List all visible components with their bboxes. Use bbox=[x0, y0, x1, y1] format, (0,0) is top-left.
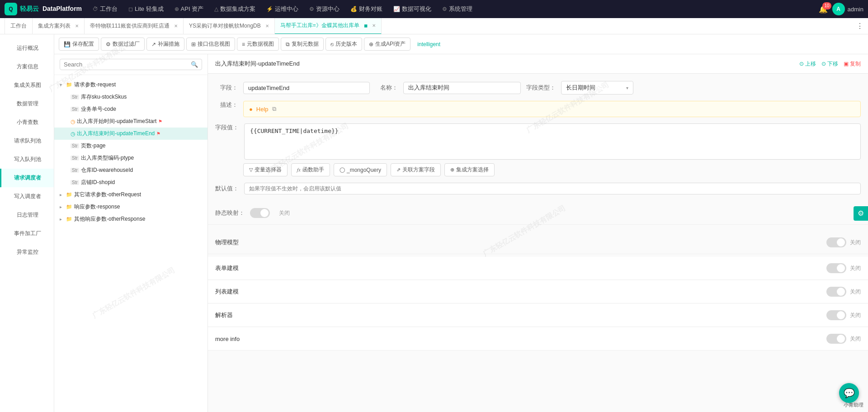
tree-node-page[interactable]: Str 页数-page bbox=[54, 140, 208, 152]
section-more-toggle[interactable] bbox=[826, 334, 846, 344]
down-action[interactable]: ⊙ 下移 bbox=[821, 60, 838, 68]
tab-ys-purchase-label: YS采购订单对接帆软MongDB bbox=[189, 22, 261, 30]
nav-ops[interactable]: ⚡ 运维中心 bbox=[262, 0, 303, 18]
default-input[interactable] bbox=[244, 183, 861, 194]
name-input[interactable] bbox=[403, 82, 521, 94]
action-buttons-row: ▽ 变量选择器 𝑓𝑥 函数助手 ◯ _mongoQuery ⇗ bbox=[215, 163, 861, 176]
list-toggle-text: 关闭 bbox=[850, 288, 861, 296]
tree-node-stock-skus[interactable]: Str 库存sku-stockSkus bbox=[54, 91, 208, 103]
user-info[interactable]: A admin bbox=[832, 3, 863, 15]
search-input[interactable] bbox=[64, 61, 191, 68]
nav-visualization[interactable]: 📈 数据可视化 bbox=[389, 0, 436, 18]
section-parser-toggle[interactable] bbox=[826, 310, 846, 320]
nav-data-collection[interactable]: △ 数据集成方案 bbox=[210, 0, 260, 18]
section-physical-model: 物理模型 关闭 bbox=[208, 231, 868, 254]
func-helper-button[interactable]: 𝑓𝑥 函数助手 bbox=[291, 163, 330, 176]
tab-ys-purchase[interactable]: YS采购订单对接帆软MongDB ✕ bbox=[184, 18, 275, 34]
tree-node-out-type[interactable]: Str 出入库类型编码-ptype bbox=[54, 152, 208, 164]
field-input[interactable] bbox=[243, 82, 370, 94]
sidebar-item-request-scheduler[interactable]: 请求调度者 bbox=[0, 169, 54, 187]
tree-node-other-response[interactable]: ▸ 📁 其他响应参数-otherResponse bbox=[54, 213, 208, 225]
copy-data-button[interactable]: ⧉ 复制元数据 bbox=[281, 38, 324, 51]
desc-box: ● Help ⧉ bbox=[243, 101, 861, 117]
section-physical-toggle[interactable] bbox=[826, 237, 846, 247]
sidebar-item-log-mgmt[interactable]: 日志管理 bbox=[0, 206, 54, 224]
logo-icon: Q bbox=[5, 3, 17, 15]
sidebar-item-request-pool[interactable]: 请求队列池 bbox=[0, 132, 54, 150]
data-filter-button[interactable]: ⚙ 数据过滤厂 bbox=[101, 38, 145, 51]
name-label: 名称： bbox=[375, 84, 398, 92]
tree-node-shop-id[interactable]: Str 店铺ID-shopid bbox=[54, 176, 208, 189]
gen-api-button[interactable]: ⊕ 生成API资产 bbox=[364, 38, 410, 51]
more-toggle-knob bbox=[837, 335, 845, 343]
tab-teda[interactable]: 帝特物联111账套供应商到旺店通 ✕ bbox=[85, 18, 184, 34]
detail-header: 出入库结束时间-updateTimeEnd ⊙ 上移 ⊙ 下移 ▣ 复制 bbox=[208, 54, 868, 74]
section-list-title: 列表建模 bbox=[215, 288, 826, 296]
save-config-button[interactable]: 💾 保存配置 bbox=[59, 38, 99, 51]
chat-button[interactable]: 💬 bbox=[839, 383, 859, 403]
nav-finance[interactable]: 💰 财务对账 bbox=[346, 0, 387, 18]
nav-lite[interactable]: ◻ Lite 轻集成 bbox=[124, 0, 168, 18]
tree-node-request-params[interactable]: ▾ 📁 请求参数-request bbox=[54, 79, 208, 91]
tree-node-response[interactable]: ▸ 📁 响应参数-response bbox=[54, 201, 208, 213]
search-box: 🔍 bbox=[54, 54, 208, 75]
tab-solution-list-close[interactable]: ✕ bbox=[75, 24, 79, 28]
interface-view-button[interactable]: ⊞ 接口信息视图 bbox=[186, 38, 235, 51]
notification-button[interactable]: 🔔 10 bbox=[819, 5, 828, 14]
right-panel: 出入库结束时间-updateTimeEnd ⊙ 上移 ⊙ 下移 ▣ 复制 bbox=[208, 54, 868, 412]
tab-solution-list[interactable]: 集成方案列表 ✕ bbox=[33, 18, 85, 34]
tab-ys-purchase-close[interactable]: ✕ bbox=[265, 24, 269, 28]
static-map-toggle[interactable] bbox=[250, 208, 270, 218]
flag-icon-selected: ⚑ bbox=[156, 131, 160, 136]
tab-mapang-close[interactable]: ✕ bbox=[372, 23, 376, 28]
copy-data-icon: ⧉ bbox=[286, 41, 290, 47]
related-field-button[interactable]: ⇗ 关联方案字段 bbox=[391, 163, 441, 176]
nav-workspace[interactable]: ⏱ 工作台 bbox=[88, 0, 122, 18]
tab-more-button[interactable]: ⋮ bbox=[856, 22, 863, 30]
sidebar-item-xiao-query[interactable]: 小青查数 bbox=[0, 113, 54, 132]
desc-copy-icon[interactable]: ⧉ bbox=[272, 105, 276, 113]
up-action[interactable]: ⊙ 上移 bbox=[799, 60, 816, 68]
nav-resource[interactable]: ⚙ 资源中心 bbox=[305, 0, 344, 18]
folder-icon-other-response: 📁 bbox=[66, 216, 72, 222]
type-select[interactable]: 长日期时间 ▾ bbox=[561, 81, 633, 95]
solution-select-button[interactable]: ⊕ 集成方案选择 bbox=[444, 163, 495, 176]
tree-node-warehouse-id[interactable]: Str 仓库ID-wearehouseId bbox=[54, 164, 208, 176]
history-button[interactable]: ⎋ 历史版本 bbox=[326, 38, 362, 51]
patch-button[interactable]: ↗ 补漏措施 bbox=[146, 38, 184, 51]
copy-action[interactable]: ▣ 复制 bbox=[844, 60, 861, 68]
toggle-knob bbox=[260, 209, 269, 217]
intelligent-button[interactable]: intelligent bbox=[412, 38, 445, 50]
gear-button[interactable]: ⚙ bbox=[854, 206, 868, 221]
sidebar-item-exception-monitor[interactable]: 异常监控 bbox=[0, 243, 54, 261]
tree-node-other-request[interactable]: ▸ 📁 其它请求参数-otherRequest bbox=[54, 189, 208, 201]
content-area: 💾 保存配置 ⚙ 数据过滤厂 ↗ 补漏措施 ⊞ 接口信息视图 ≡ 元数据视图 ⧉ bbox=[54, 34, 868, 412]
sidebar-item-integration-map[interactable]: 集成关系图 bbox=[0, 76, 54, 95]
folder-icon-response: 📁 bbox=[66, 204, 72, 210]
nav-api[interactable]: ⊕ API 资产 bbox=[170, 0, 208, 18]
mongo-query-button[interactable]: ◯ _mongoQuery bbox=[334, 163, 387, 176]
sidebar-item-write-pool[interactable]: 写入队列池 bbox=[0, 150, 54, 169]
tab-teda-close[interactable]: ✕ bbox=[174, 24, 178, 28]
chat-icon: 💬 bbox=[844, 388, 855, 398]
meta-view-button[interactable]: ≡ 元数据视图 bbox=[237, 38, 279, 51]
tree-node-out-end-time[interactable]: ◷ 出入库结束时间-updateTimeEnd ⚑ bbox=[54, 128, 208, 140]
flag-icon: ⚑ bbox=[158, 119, 162, 124]
sidebar-item-event-factory[interactable]: 事件加工厂 bbox=[0, 224, 54, 243]
section-form-toggle[interactable] bbox=[826, 263, 846, 273]
value-textarea[interactable]: {{CURRENT_TIME|datetime}} bbox=[244, 123, 861, 160]
tab-workspace[interactable]: 工作台 bbox=[5, 18, 33, 34]
up-icon: ⊙ bbox=[799, 61, 804, 67]
sidebar-item-data-mgmt[interactable]: 数据管理 bbox=[0, 95, 54, 113]
nav-system[interactable]: ⚙ 系统管理 bbox=[438, 0, 477, 18]
tab-mapang[interactable]: 马帮手工出库=》金蝶其他出库单 ◼ ✕ bbox=[275, 18, 382, 34]
api-icon: ⊕ bbox=[175, 6, 179, 12]
sidebar-item-run-overview[interactable]: 运行概况 bbox=[0, 39, 54, 57]
section-list-toggle[interactable] bbox=[826, 287, 846, 297]
sidebar-item-write-scheduler[interactable]: 写入调度者 bbox=[0, 187, 54, 206]
type-badge-str: Str bbox=[71, 180, 79, 185]
var-selector-button[interactable]: ▽ 变量选择器 bbox=[243, 163, 288, 176]
tree-node-out-start-time[interactable]: ◷ 出入库开始时间-updateTimeStart ⚑ bbox=[54, 115, 208, 128]
sidebar-item-solution-info[interactable]: 方案信息 bbox=[0, 57, 54, 76]
tree-node-biz-code[interactable]: Str 业务单号-code bbox=[54, 103, 208, 115]
